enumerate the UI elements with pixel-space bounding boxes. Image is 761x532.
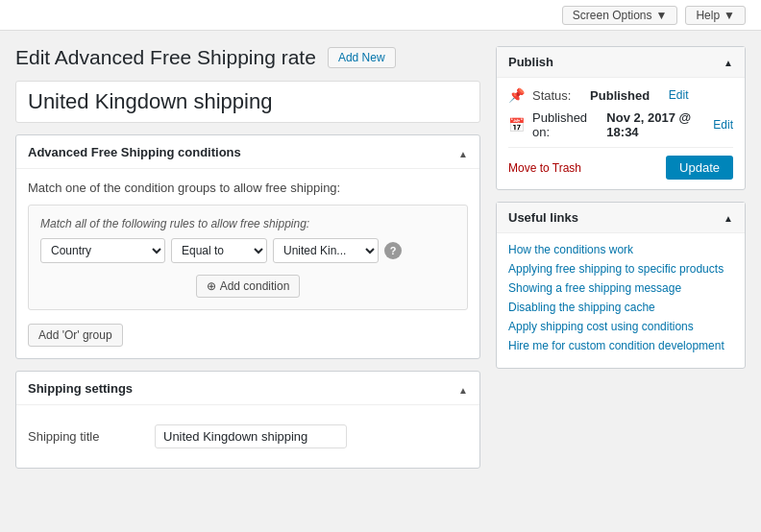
shipping-settings-metabox-header[interactable]: Shipping settings bbox=[16, 372, 479, 405]
publish-body: 📌 Status: Published Edit 📅 Published on:… bbox=[497, 78, 745, 189]
post-title-input[interactable] bbox=[15, 81, 480, 123]
useful-links-toggle-icon bbox=[724, 210, 733, 225]
edit-date-link[interactable]: Edit bbox=[713, 118, 733, 132]
conditions-metabox: Advanced Free Shipping conditions Match … bbox=[15, 134, 480, 359]
conditions-match-desc: Match one of the condition groups to all… bbox=[28, 181, 468, 195]
edit-status-link[interactable]: Edit bbox=[669, 88, 689, 102]
add-condition-label: Add condition bbox=[220, 279, 290, 293]
publish-header[interactable]: Publish bbox=[497, 47, 745, 78]
main-column: Edit Advanced Free Shipping rate Add New… bbox=[15, 46, 480, 480]
published-date: Nov 2, 2017 @ 18:34 bbox=[606, 110, 694, 139]
condition-row: Country Equal to United Kin... ? bbox=[40, 238, 455, 263]
move-to-trash-link[interactable]: Move to Trash bbox=[508, 161, 581, 175]
screen-options-chevron-icon: ▼ bbox=[656, 9, 668, 22]
shipping-settings-toggle-icon bbox=[458, 379, 468, 397]
useful-link-0[interactable]: How the conditions work bbox=[508, 243, 733, 256]
add-condition-plus-icon: ⊕ bbox=[207, 279, 216, 293]
useful-links-box: Useful links How the conditions workAppl… bbox=[496, 202, 746, 369]
conditions-metabox-header[interactable]: Advanced Free Shipping conditions bbox=[16, 135, 479, 169]
useful-link-4[interactable]: Apply shipping cost using conditions bbox=[508, 320, 733, 333]
shipping-settings-metabox: Shipping settings Shipping title bbox=[15, 371, 480, 469]
condition-operator-select[interactable]: Equal to bbox=[171, 238, 267, 263]
conditions-metabox-title: Advanced Free Shipping conditions bbox=[28, 145, 241, 159]
screen-options-label: Screen Options bbox=[573, 9, 652, 22]
shipping-title-row: Shipping title bbox=[28, 417, 468, 456]
status-label: Status: bbox=[532, 88, 571, 103]
help-label: Help bbox=[696, 9, 720, 22]
shipping-title-label: Shipping title bbox=[28, 429, 143, 444]
shipping-settings-title: Shipping settings bbox=[28, 381, 133, 396]
publish-title: Publish bbox=[508, 55, 553, 69]
useful-link-2[interactable]: Showing a free shipping message bbox=[508, 281, 733, 295]
publish-date-row: 📅 Published on: Nov 2, 2017 @ 18:34 Edit bbox=[508, 110, 733, 139]
add-condition-row: ⊕ Add condition bbox=[40, 271, 455, 298]
condition-group: Match all of the following rules to allo… bbox=[28, 205, 468, 310]
top-bar: Screen Options ▼ Help ▼ bbox=[0, 0, 761, 31]
help-button[interactable]: Help ▼ bbox=[685, 6, 746, 25]
condition-help-icon[interactable]: ? bbox=[384, 242, 402, 259]
update-button[interactable]: Update bbox=[666, 156, 733, 180]
screen-options-button[interactable]: Screen Options ▼ bbox=[562, 6, 678, 25]
calendar-icon: 📅 bbox=[508, 117, 525, 133]
status-pin-icon: 📌 bbox=[508, 87, 525, 103]
useful-link-5[interactable]: Hire me for custom condition development bbox=[508, 339, 733, 352]
shipping-title-input[interactable] bbox=[155, 424, 347, 448]
useful-links-header[interactable]: Useful links bbox=[497, 203, 745, 233]
conditions-metabox-body: Match one of the condition groups to all… bbox=[16, 169, 479, 358]
publish-box: Publish 📌 Status: Published Edit 📅 Publi… bbox=[496, 46, 746, 190]
shipping-settings-body: Shipping title bbox=[16, 405, 479, 468]
condition-field-select[interactable]: Country bbox=[40, 238, 165, 263]
status-value: Published bbox=[590, 88, 650, 103]
publish-status-row: 📌 Status: Published Edit bbox=[508, 87, 733, 103]
add-condition-button[interactable]: ⊕ Add condition bbox=[196, 275, 301, 298]
page-title-row: Edit Advanced Free Shipping rate Add New bbox=[15, 46, 480, 69]
conditions-metabox-toggle-icon bbox=[458, 143, 468, 160]
add-new-button[interactable]: Add New bbox=[328, 47, 396, 68]
condition-group-label: Match all of the following rules to allo… bbox=[40, 217, 455, 230]
useful-links-title: Useful links bbox=[508, 210, 578, 225]
page-title: Edit Advanced Free Shipping rate bbox=[15, 46, 316, 69]
side-column: Publish 📌 Status: Published Edit 📅 Publi… bbox=[496, 46, 746, 480]
help-chevron-icon: ▼ bbox=[724, 9, 735, 22]
useful-link-1[interactable]: Applying free shipping to specific produ… bbox=[508, 262, 733, 276]
useful-links-body: How the conditions workApplying free shi… bbox=[497, 233, 745, 368]
add-or-group-button[interactable]: Add 'Or' group bbox=[28, 324, 123, 347]
condition-value-select[interactable]: United Kin... bbox=[273, 238, 379, 263]
page-container: Edit Advanced Free Shipping rate Add New… bbox=[0, 31, 761, 496]
published-label: Published on: bbox=[532, 110, 588, 139]
publish-actions: Move to Trash Update bbox=[508, 147, 733, 180]
useful-link-3[interactable]: Disabling the shipping cache bbox=[508, 301, 733, 314]
publish-toggle-icon bbox=[724, 55, 733, 69]
